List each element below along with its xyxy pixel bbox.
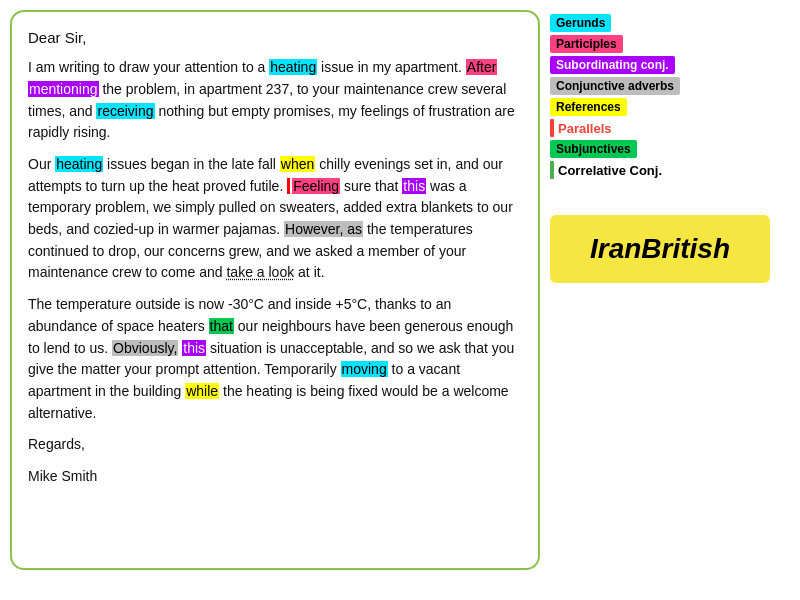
legend-correlative: Correlative Conj.	[550, 161, 770, 179]
legend-gerunds: Gerunds	[550, 14, 770, 32]
subordinating-swatch: Subordinating conj.	[550, 56, 675, 74]
paragraph-2: Our heating issues began in the late fal…	[28, 154, 522, 284]
participles-swatch: Participles	[550, 35, 623, 53]
salutation: Dear Sir,	[28, 26, 522, 49]
correlative-bar	[550, 161, 554, 179]
correlative-label: Correlative Conj.	[558, 163, 662, 178]
parallel-feeling: Feeling	[287, 178, 340, 194]
highlight-moving: moving	[341, 361, 388, 377]
gerunds-swatch: Gerunds	[550, 14, 611, 32]
underline-take-a-look: take a look	[226, 264, 294, 280]
paragraph-3: The temperature outside is now -30°C and…	[28, 294, 522, 424]
legend-subordinating: Subordinating conj.	[550, 56, 770, 74]
right-panel: Gerunds Participles Subordinating conj. …	[550, 10, 770, 283]
highlight-receiving: receiving	[96, 103, 154, 119]
regards: Regards,	[28, 434, 522, 456]
highlight-feeling: Feeling	[292, 178, 340, 194]
highlight-this-1: this	[402, 178, 426, 194]
legend-participles: Participles	[550, 35, 770, 53]
subjunctives-swatch: Subjunctives	[550, 140, 637, 158]
legend-parallels: Parallels	[550, 119, 770, 137]
highlight-while: while	[185, 383, 219, 399]
highlight-heating-1: heating	[269, 59, 317, 75]
paragraph-1: I am writing to draw your attention to a…	[28, 57, 522, 144]
highlight-when: when	[280, 156, 315, 172]
legend-subjunctives: Subjunctives	[550, 140, 770, 158]
parallels-label: Parallels	[558, 121, 612, 136]
highlight-however-as: However, as	[284, 221, 363, 237]
logo-text: IranBritish	[590, 233, 730, 264]
highlight-mentioning: mentioning	[28, 81, 99, 97]
legend-conjunctive: Conjunctive adverbs	[550, 77, 770, 95]
legend-references: References	[550, 98, 770, 116]
highlight-obviously: Obviously,	[112, 340, 178, 356]
highlight-heating-2: heating	[55, 156, 103, 172]
signature: Mike Smith	[28, 466, 522, 488]
highlight-that: that	[209, 318, 234, 334]
conjunctive-swatch: Conjunctive adverbs	[550, 77, 680, 95]
highlight-after: After	[466, 59, 498, 75]
letter-box: Dear Sir, I am writing to draw your atte…	[10, 10, 540, 570]
highlight-this-2: this	[182, 340, 206, 356]
logo-box: IranBritish	[550, 215, 770, 283]
references-swatch: References	[550, 98, 627, 116]
legend: Gerunds Participles Subordinating conj. …	[550, 14, 770, 179]
parallels-bar	[550, 119, 554, 137]
